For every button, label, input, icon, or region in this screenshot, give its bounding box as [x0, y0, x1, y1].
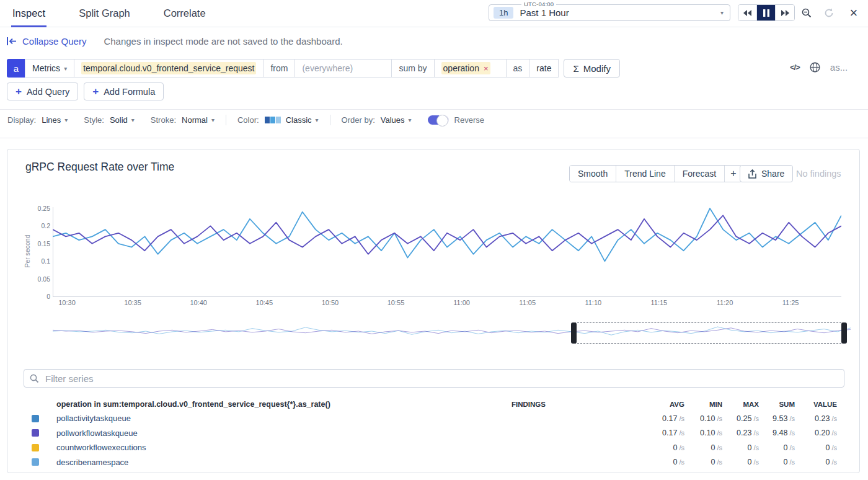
metric-name-field[interactable]: temporal.cloud.v0_frontend_service_reque…: [74, 59, 264, 78]
table-header-max[interactable]: MAX: [722, 401, 759, 408]
pause-icon: [763, 9, 769, 17]
graph-title: gRPC Request Rate over Time: [25, 161, 174, 174]
series-name[interactable]: countworkflowexecutions: [56, 443, 512, 452]
rewind-icon: [743, 9, 752, 17]
display-type-dropdown[interactable]: Lines ▾: [42, 115, 68, 125]
trend-line-button[interactable]: Trend Line: [616, 166, 674, 182]
series-value: 0/s: [795, 458, 837, 466]
reverse-toggle[interactable]: [428, 115, 449, 125]
chevron-down-icon: ▾: [64, 65, 67, 72]
table-header-avg[interactable]: AVG: [645, 401, 684, 408]
stroke-dropdown[interactable]: Normal ▾: [182, 115, 215, 125]
x-tick-label: 11:00: [448, 299, 476, 306]
divider: [0, 138, 868, 138]
remove-tag-icon[interactable]: ×: [484, 64, 489, 73]
add-formula-button[interactable]: + Add Formula: [84, 82, 164, 100]
code-view-icon[interactable]: </>: [790, 63, 800, 72]
table-header-findings: FINDINGS: [512, 401, 645, 408]
add-query-button[interactable]: + Add Query: [7, 82, 78, 100]
y-tick-label: 0: [25, 293, 50, 300]
time-range-label: Past 1 Hour: [520, 7, 717, 18]
scope-filter-field[interactable]: (everywhere): [294, 59, 392, 78]
time-range-chip[interactable]: 1h: [494, 7, 513, 19]
order-by-value: Values: [381, 115, 405, 125]
collapse-panel-icon: [6, 37, 17, 46]
forecast-button[interactable]: Forecast: [675, 166, 725, 182]
group-by-field[interactable]: operation×: [434, 59, 507, 78]
series-value: 0.23/s: [795, 414, 837, 423]
table-header-sum[interactable]: SUM: [759, 401, 795, 408]
zoom-out-button[interactable]: [797, 4, 816, 21]
minimap-selection[interactable]: [574, 322, 844, 344]
tab-correlate[interactable]: Correlate: [164, 0, 206, 27]
series-min: 0/s: [684, 443, 722, 452]
y-tick-label: 0.15: [25, 240, 50, 247]
color-scheme-dropdown[interactable]: Classic ▾: [286, 115, 319, 125]
series-value: 0.20/s: [795, 429, 837, 437]
plus-icon: +: [92, 86, 99, 97]
chevron-down-icon: ▾: [316, 117, 319, 123]
minimap-left-handle[interactable]: [571, 322, 577, 344]
divider: [330, 115, 330, 125]
style-dropdown[interactable]: Solid ▾: [110, 115, 135, 125]
series-filter-input[interactable]: [44, 373, 838, 384]
tab-inspect[interactable]: Inspect: [12, 0, 45, 27]
inspect-subheader: Collapse Query Changes in inspect mode a…: [0, 31, 868, 51]
metric-name-value: temporal.cloud.v0_frontend_service_reque…: [81, 62, 256, 74]
sigma-icon: Σ: [573, 63, 578, 74]
series-table: operation in sum:temporal.cloud.v0_front…: [24, 398, 844, 469]
rate-dropdown[interactable]: rate: [529, 59, 559, 78]
table-header-value[interactable]: VALUE: [795, 401, 837, 408]
table-row[interactable]: pollworkflowtaskqueue0.17/s0.10/s0.23/s9…: [24, 426, 844, 441]
y-tick-label: 0.25: [25, 205, 50, 212]
globe-icon[interactable]: [810, 62, 820, 73]
restore-circular-arrow-icon: [824, 8, 834, 18]
collapse-query-link[interactable]: Collapse Query: [6, 36, 86, 47]
query-right-tools: </> as...: [790, 62, 848, 73]
y-tick-label: 0.05: [25, 275, 50, 283]
x-tick-label: 11:10: [580, 299, 607, 306]
alias-as-button[interactable]: as...: [830, 62, 848, 73]
smooth-button[interactable]: Smooth: [570, 166, 616, 182]
share-button[interactable]: Share: [740, 165, 793, 182]
display-options-row: Display: Lines ▾ Style: Solid ▾ Stroke: …: [7, 112, 868, 127]
pause-button[interactable]: [757, 5, 776, 20]
no-findings-label: No findings: [796, 169, 841, 179]
sum-by-keyword: sum by: [391, 59, 434, 78]
minimap-right-handle[interactable]: [841, 322, 847, 344]
table-row[interactable]: countworkflowexecutions0/s0/s0/s0/s0/s: [24, 440, 844, 455]
divider: [0, 109, 868, 110]
table-row[interactable]: pollactivitytaskqueue0.17/s0.10/s0.25/s9…: [24, 411, 844, 426]
time-forward-button[interactable]: [776, 5, 794, 20]
time-range-picker[interactable]: UTC-04:00 1h Past 1 Hour ▾: [489, 4, 730, 21]
x-tick-label: 10:30: [53, 299, 81, 306]
table-header-expression: operation in sum:temporal.cloud.v0_front…: [56, 400, 512, 409]
time-shift-controls: [738, 4, 795, 21]
timeseries-chart[interactable]: [53, 204, 841, 298]
series-name[interactable]: pollworkflowtaskqueue: [56, 429, 512, 438]
modify-label: Modify: [583, 63, 611, 74]
series-name[interactable]: pollactivitytaskqueue: [56, 414, 512, 423]
y-tick-label: 0.1: [25, 257, 50, 265]
group-by-tag-label: operation: [443, 63, 479, 73]
series-avg: 0/s: [645, 458, 684, 466]
series-sum: 9.53/s: [759, 414, 795, 423]
fast-forward-icon: [781, 9, 790, 17]
close-button[interactable]: ×: [844, 4, 863, 21]
x-tick-label: 11:20: [711, 299, 738, 306]
group-by-tag: operation×: [441, 62, 490, 74]
table-row[interactable]: describenamespace0/s0/s0/s0/s0/s: [24, 455, 844, 470]
modify-button[interactable]: Σ Modify: [564, 59, 619, 78]
reset-zoom-button[interactable]: [820, 4, 838, 21]
table-header-min[interactable]: MIN: [684, 401, 722, 408]
x-tick-label: 10:35: [119, 299, 146, 306]
series-name[interactable]: describenamespace: [56, 458, 512, 467]
color-palette-swatch[interactable]: [265, 117, 281, 123]
tab-split-graph[interactable]: Split Graph: [79, 0, 130, 27]
series-min: 0.10/s: [684, 414, 722, 423]
inspect-mode-notice: Changes in inspect mode are not saved to…: [104, 36, 342, 47]
order-by-dropdown[interactable]: Values ▾: [381, 115, 412, 125]
series-filter[interactable]: [24, 369, 844, 388]
time-backward-button[interactable]: [738, 5, 757, 20]
data-source-dropdown[interactable]: Metrics ▾: [25, 59, 74, 78]
